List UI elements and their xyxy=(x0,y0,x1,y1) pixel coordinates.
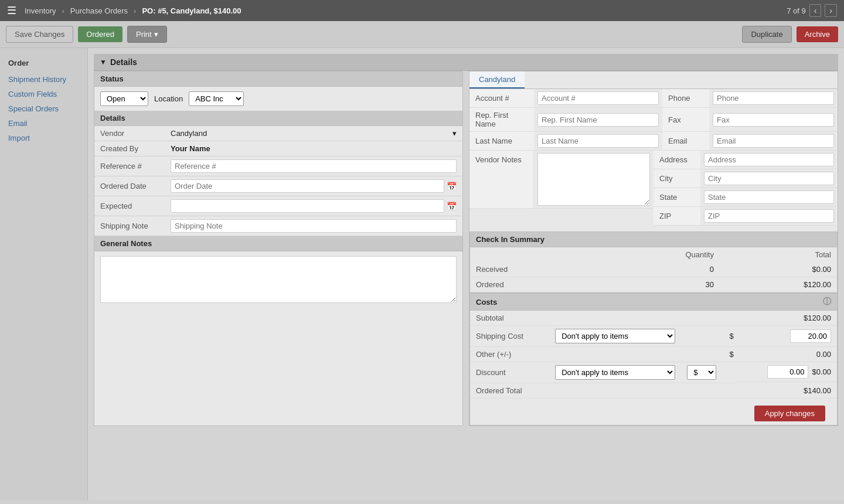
city-cell xyxy=(700,169,838,188)
ordered-button[interactable]: Ordered xyxy=(78,26,122,42)
shipping-note-label: Shipping Note xyxy=(94,216,165,236)
phone-input[interactable] xyxy=(713,91,834,105)
status-select[interactable]: Open Closed Pending xyxy=(100,91,148,106)
received-qty: 0 xyxy=(600,262,720,277)
top-nav: ☰ Inventory › Purchase Orders › PO: #5, … xyxy=(0,0,844,21)
discount-value-input[interactable] xyxy=(767,365,808,379)
address-label: Address xyxy=(654,151,700,169)
shipping-note-input[interactable] xyxy=(171,219,457,233)
created-by-label: Created By xyxy=(94,141,165,156)
nav-inventory[interactable]: Inventory xyxy=(25,6,56,15)
ordered-total-empty xyxy=(549,383,681,399)
shipping-cost-label: Shipping Cost xyxy=(470,326,549,347)
section-toggle-icon[interactable]: ▼ xyxy=(100,58,107,66)
duplicate-button[interactable]: Duplicate xyxy=(742,26,791,43)
next-button[interactable]: › xyxy=(825,4,837,17)
email-input[interactable] xyxy=(713,134,834,148)
costs-info-icon[interactable]: ⓘ xyxy=(823,297,831,307)
state-input[interactable] xyxy=(704,190,834,204)
costs-section: Costs ⓘ Subtotal $120.00 Shipping xyxy=(469,293,838,425)
vendor-notes-section: Vendor Notes xyxy=(469,151,654,226)
location-label: Location xyxy=(154,94,183,103)
check-in-summary: Check In Summary Quantity Total xyxy=(469,231,838,293)
shipping-select-cell: Don't apply to items Apply to items xyxy=(549,326,681,347)
nav-purchase-orders[interactable]: Purchase Orders xyxy=(70,6,128,15)
breadcrumb-sep-2: › xyxy=(134,6,136,15)
created-by-row: Created By Your Name xyxy=(94,141,462,156)
city-label: City xyxy=(654,169,700,188)
discount-select[interactable]: Don't apply to items Apply to items xyxy=(555,365,675,380)
archive-button[interactable]: Archive xyxy=(797,26,838,42)
right-content: Candyland Account # Phone Rep. First Nam… xyxy=(469,71,838,425)
sidebar: Order Shipment History Custom Fields Spe… xyxy=(0,48,88,500)
vendor-notes-textarea[interactable] xyxy=(537,153,650,206)
email-label: Email xyxy=(662,132,709,151)
account-input[interactable] xyxy=(537,91,659,105)
city-input[interactable] xyxy=(704,172,834,185)
content-area: ▼ Details Status Open Closed Pending Loc… xyxy=(88,48,844,500)
sidebar-item-import[interactable]: Import xyxy=(0,131,87,145)
location-select[interactable]: ABC Inc Location 2 xyxy=(189,91,244,106)
shipping-value-input[interactable] xyxy=(790,329,831,343)
other-empty xyxy=(549,347,681,362)
apply-changes-button[interactable]: Apply changes xyxy=(754,406,825,421)
print-button[interactable]: Print ▾ xyxy=(127,26,167,43)
reference-input[interactable] xyxy=(171,159,457,173)
vendor-notes-grid: Vendor Notes xyxy=(469,151,654,209)
other-row: Other (+/-) $ 0.00 xyxy=(470,347,837,362)
ordered-date-input[interactable] xyxy=(171,179,444,193)
address-input[interactable] xyxy=(704,153,834,166)
general-notes-textarea[interactable] xyxy=(100,256,457,303)
vendor-notes-label: Vendor Notes xyxy=(469,151,534,209)
shipping-dollar-cell: $ xyxy=(681,326,736,347)
rep-first-input[interactable] xyxy=(537,113,659,127)
subtotal-value: $120.00 xyxy=(736,311,837,326)
sidebar-item-custom-fields[interactable]: Custom Fields xyxy=(0,87,87,101)
reference-label: Reference # xyxy=(94,156,165,176)
zip-label: ZIP xyxy=(654,207,700,226)
ordered-date-label: Ordered Date xyxy=(94,176,165,196)
fax-input[interactable] xyxy=(713,113,834,127)
expected-row: Expected 2024-02-02 📅 xyxy=(94,196,462,216)
ordered-total-value: $140.00 xyxy=(736,383,837,399)
sidebar-item-email[interactable]: Email xyxy=(0,116,87,131)
summary-header-row: Quantity Total xyxy=(470,247,837,262)
discount-symbol-select[interactable]: $ % xyxy=(687,365,716,380)
discount-select-cell: Don't apply to items Apply to items xyxy=(549,362,681,383)
expected-cell: 2024-02-02 📅 xyxy=(165,196,462,216)
left-panel: Status Open Closed Pending Location ABC … xyxy=(94,71,463,426)
costs-table: Subtotal $120.00 Shipping Cost Don't app… xyxy=(470,311,837,399)
toolbar: Save Changes Ordered Print ▾ Duplicate A… xyxy=(0,21,844,48)
breadcrumb-sep-1: › xyxy=(62,6,64,15)
sidebar-item-special-orders[interactable]: Special Orders xyxy=(0,101,87,116)
nav-pagination: 7 of 9 ‹ › xyxy=(787,4,837,17)
sidebar-item-shipment-history[interactable]: Shipment History xyxy=(0,72,87,87)
discount-label: Discount xyxy=(470,362,549,383)
apply-changes-row: Apply changes xyxy=(470,399,837,406)
zip-input[interactable] xyxy=(704,209,834,223)
main-layout: Order Shipment History Custom Fields Spe… xyxy=(0,48,844,500)
ordered-total-empty2 xyxy=(681,383,736,399)
fax-label: Fax xyxy=(662,108,709,132)
expected-calendar-icon[interactable]: 📅 xyxy=(447,202,457,211)
state-label: State xyxy=(654,188,700,207)
vendor-tab-candyland[interactable]: Candyland xyxy=(469,71,525,88)
ordered-total-row: Ordered Total $140.00 xyxy=(470,383,837,399)
subtotal-empty xyxy=(549,311,681,326)
vendor-dropdown-icon[interactable]: ▾ xyxy=(452,129,457,138)
save-button[interactable]: Save Changes xyxy=(6,26,73,43)
other-value-cell: 0.00 xyxy=(736,347,837,362)
last-name-input[interactable] xyxy=(537,134,659,148)
hamburger-icon[interactable]: ☰ xyxy=(7,4,16,17)
vendor-value: Candyland xyxy=(171,129,207,138)
zip-cell xyxy=(700,207,838,226)
expected-label: Expected xyxy=(94,196,165,216)
prev-button[interactable]: ‹ xyxy=(809,4,822,17)
costs-label: Costs xyxy=(476,298,497,307)
discount-symbol-cell: $ % xyxy=(681,362,736,383)
expected-input[interactable]: 2024-02-02 xyxy=(171,199,444,213)
calendar-icon[interactable]: 📅 xyxy=(447,182,457,191)
shipping-cost-select[interactable]: Don't apply to items Apply to items xyxy=(555,329,675,343)
account-label: Account # xyxy=(469,89,534,108)
rep-first-cell xyxy=(534,108,662,132)
